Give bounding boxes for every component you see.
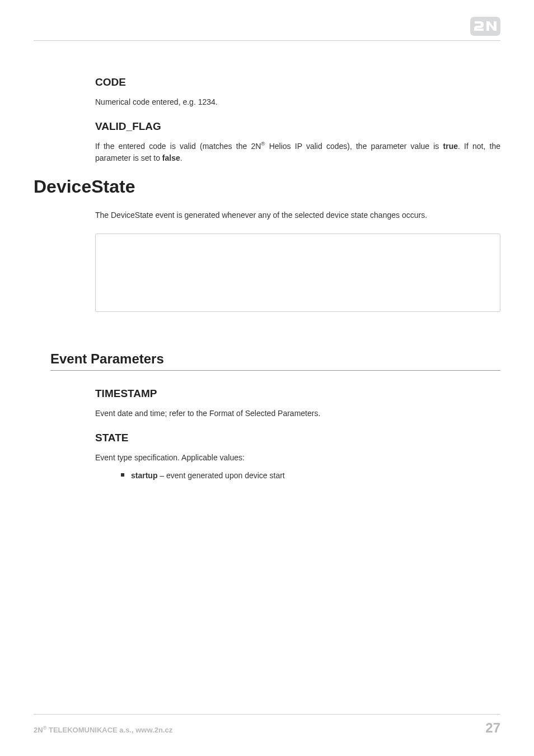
paragraph-device-state-desc: The DeviceState event is generated whene… bbox=[95, 209, 500, 221]
bold-startup: startup bbox=[131, 471, 157, 480]
text: TELEKOMUNIKACE a.s., www.2n.cz bbox=[46, 726, 172, 734]
heading-timestamp: TIMESTAMP bbox=[95, 388, 500, 400]
paragraph-valid-flag-desc: If the entered code is valid (matches th… bbox=[95, 141, 500, 164]
text: 2N bbox=[34, 726, 43, 734]
heading-code: CODE bbox=[95, 76, 500, 88]
paragraph-state-desc: Event type specification. Applicable val… bbox=[95, 452, 500, 464]
heading-device-state: DeviceState bbox=[34, 176, 500, 197]
text: Helios IP valid codes), the parameter va… bbox=[265, 142, 443, 151]
bold-true: true bbox=[443, 142, 458, 151]
brand-logo bbox=[470, 17, 500, 36]
paragraph-timestamp-desc: Event date and time; refer to the Format… bbox=[95, 408, 500, 419]
code-box-placeholder bbox=[95, 234, 500, 312]
page-number: 27 bbox=[485, 720, 500, 736]
text: If the entered code is valid (matches th… bbox=[95, 142, 261, 151]
brand-logo-icon bbox=[470, 17, 500, 36]
registered-mark: ® bbox=[261, 141, 265, 147]
paragraph-code-desc: Numerical code entered, e.g. 1234. bbox=[95, 96, 500, 108]
heading-event-parameters: Event Parameters bbox=[50, 351, 500, 371]
bold-false: false bbox=[162, 153, 180, 162]
text: – event generated upon device start bbox=[157, 471, 284, 480]
footer-divider bbox=[34, 714, 500, 715]
page-footer: 2N® TELEKOMUNIKACE a.s., www.2n.cz 27 bbox=[34, 714, 500, 736]
heading-valid-flag: VALID_FLAG bbox=[95, 120, 500, 133]
page-container: CODE Numerical code entered, e.g. 1234. … bbox=[0, 0, 534, 756]
text: . bbox=[180, 153, 182, 162]
list-item: startup – event generated upon device st… bbox=[121, 469, 500, 482]
content-area: CODE Numerical code entered, e.g. 1234. … bbox=[34, 73, 500, 482]
header-divider bbox=[34, 40, 500, 41]
bullet-list-state-values: startup – event generated upon device st… bbox=[121, 469, 500, 482]
heading-state: STATE bbox=[95, 432, 500, 444]
footer-company: 2N® TELEKOMUNIKACE a.s., www.2n.cz bbox=[34, 726, 172, 734]
